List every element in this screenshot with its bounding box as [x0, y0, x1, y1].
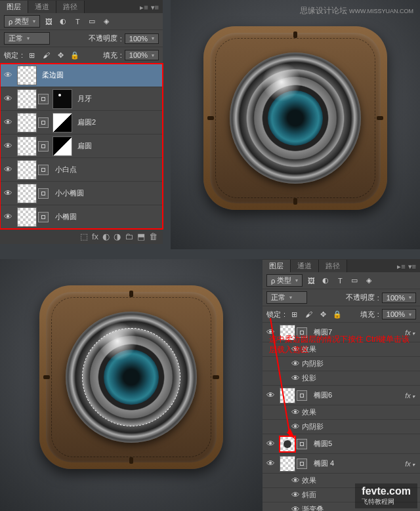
vector-mask-icon[interactable]: [38, 94, 49, 104]
fx-indicator[interactable]: fx: [405, 460, 420, 468]
visibility-toggle[interactable]: 👁: [0, 94, 16, 104]
filter-adjust-icon[interactable]: ◐: [57, 16, 69, 28]
fx-icon[interactable]: fx: [92, 232, 98, 241]
layer-name[interactable]: 小白点: [51, 165, 163, 174]
blend-mode-dropdown[interactable]: 正常: [4, 32, 50, 45]
panel-menu-icon[interactable]: ▾≡: [151, 3, 159, 12]
vector-mask-icon[interactable]: [297, 459, 307, 469]
fill-label: 填充: [103, 51, 117, 60]
layer-row[interactable]: 👁 扁圆: [0, 134, 163, 158]
layer-name[interactable]: 椭圆 4: [310, 459, 405, 468]
tab-paths[interactable]: 路径: [319, 260, 347, 272]
lock-position-icon[interactable]: ✥: [54, 49, 66, 61]
panel-menu-icon[interactable]: ▾≡: [408, 262, 416, 271]
filter-type-icon[interactable]: T: [334, 275, 346, 287]
layer-name[interactable]: 月牙: [74, 94, 163, 104]
layer-thumb[interactable]: [17, 113, 37, 133]
adjustment-icon[interactable]: ◑: [114, 232, 121, 241]
panel-footer: ⬚ fx ◐ ◑ 🗀 ⬒ 🗑: [0, 229, 163, 244]
fill-value[interactable]: 100%: [382, 309, 416, 319]
selection-marquee: [82, 328, 180, 426]
canvas-preview-2: [0, 259, 262, 511]
kind-dropdown[interactable]: ρ 类型: [266, 274, 303, 287]
visibility-toggle[interactable]: 👁: [0, 188, 16, 198]
lock-transparent-icon[interactable]: ⊞: [26, 49, 37, 61]
visibility-toggle[interactable]: 👁: [0, 212, 16, 222]
vector-mask-icon[interactable]: [38, 117, 49, 128]
tab-channels[interactable]: 通道: [28, 1, 56, 13]
tab-channels[interactable]: 通道: [291, 260, 319, 272]
layer-row[interactable]: 👁 小椭圆: [0, 205, 163, 229]
canvas-preview-1: 思缘设计论坛 WWW.MISSYUAN.COM: [171, 0, 420, 249]
opacity-label: 不透明度: [346, 293, 375, 302]
filter-pixel-icon[interactable]: 🖼: [305, 275, 317, 287]
layer-thumb[interactable]: [17, 160, 37, 180]
mask-thumb[interactable]: [52, 136, 72, 156]
lock-row: 锁定: ⊞ 🖌 ✥ 🔒 填充: 100%: [0, 47, 163, 64]
layer-row[interactable]: 👁 扁圆2: [0, 111, 163, 134]
layer-name[interactable]: 扁圆: [74, 141, 163, 151]
mask-thumb[interactable]: [52, 113, 72, 133]
visibility-toggle[interactable]: 👁: [262, 459, 278, 468]
layer-thumb[interactable]: [17, 66, 37, 85]
panel-tabs: 图层 通道 路径 ▸≡▾≡: [262, 259, 420, 272]
layers-panel-1: 图层 通道 路径 ▸≡▾≡ ρ 类型 🖼 ◐ T ▭ ◈ 正常 不透明度: 10…: [0, 0, 163, 244]
vector-mask-icon[interactable]: [38, 188, 49, 199]
layer-name[interactable]: 扁圆2: [74, 117, 163, 127]
visibility-toggle[interactable]: 👁: [0, 70, 16, 80]
mask-icon[interactable]: ◐: [102, 232, 110, 241]
layer-row[interactable]: 👁 柔边圆: [0, 64, 163, 87]
filter-smart-icon[interactable]: ◈: [363, 275, 375, 287]
filter-type-icon[interactable]: T: [72, 16, 83, 28]
blend-mode-dropdown[interactable]: 正常: [266, 291, 307, 304]
group-icon[interactable]: 🗀: [125, 232, 133, 241]
layer-thumb[interactable]: [17, 184, 37, 203]
visibility-toggle[interactable]: 👁: [0, 165, 16, 174]
layer-thumb[interactable]: [17, 207, 37, 227]
filter-row: ρ 类型 🖼 ◐ T ▭ ◈: [262, 272, 420, 289]
layer-row[interactable]: 👁 小白点: [0, 158, 163, 182]
watermark-text: 思缘设计论坛 WWW.MISSYUAN.COM: [300, 5, 413, 16]
fill-value[interactable]: 100%: [125, 50, 159, 60]
visibility-toggle[interactable]: 👁: [0, 141, 16, 151]
filter-adjust-icon[interactable]: ◐: [320, 275, 331, 287]
opacity-label: 不透明度: [89, 33, 117, 43]
filter-row: ρ 类型 🖼 ◐ T ▭ ◈: [0, 13, 163, 30]
new-layer-icon[interactable]: ⬒: [137, 232, 145, 241]
panel-tabs: 图层 通道 路径 ▸≡▾≡: [0, 0, 163, 13]
layer-row[interactable]: 👁 小小椭圆: [0, 182, 163, 205]
link-layers-icon[interactable]: ⬚: [80, 232, 88, 241]
filter-pixel-icon[interactable]: 🖼: [43, 16, 54, 28]
layer-name[interactable]: 小小椭圆: [51, 188, 163, 198]
filter-shape-icon[interactable]: ▭: [86, 16, 98, 28]
mask-thumb[interactable]: [52, 89, 72, 109]
layer-name[interactable]: 小椭圆: [51, 212, 163, 222]
site-watermark: fevte.com 飞特教程网: [355, 483, 417, 508]
delete-icon[interactable]: 🗑: [149, 232, 158, 241]
vector-mask-icon[interactable]: [38, 212, 49, 222]
layer-thumb[interactable]: [17, 89, 37, 109]
tab-layers[interactable]: 图层: [0, 1, 28, 13]
tab-paths[interactable]: 路径: [56, 1, 85, 13]
tab-layers[interactable]: 图层: [262, 260, 291, 272]
vector-mask-icon[interactable]: [38, 141, 49, 152]
layer-row[interactable]: 👁 月牙: [0, 87, 163, 111]
filter-smart-icon[interactable]: ◈: [100, 16, 112, 28]
blend-row: 正常 不透明度: 100%: [262, 289, 420, 306]
kind-dropdown[interactable]: ρ 类型: [4, 15, 40, 28]
filter-shape-icon[interactable]: ▭: [348, 275, 360, 287]
visibility-toggle[interactable]: 👁: [0, 117, 16, 127]
layer-thumb[interactable]: [280, 456, 295, 472]
lock-pixel-icon[interactable]: 🖌: [40, 49, 52, 61]
vector-mask-icon[interactable]: [38, 165, 49, 175]
opacity-value[interactable]: 100%: [382, 293, 416, 303]
panel-collapse-icon[interactable]: ▸≡: [140, 3, 148, 12]
fx-indicator[interactable]: fx: [405, 392, 420, 399]
opacity-value[interactable]: 100%: [125, 33, 159, 44]
panel-collapse-icon[interactable]: ▸≡: [397, 262, 405, 271]
layers-list: 👁 柔边圆 👁 月牙 👁 扁圆2 👁 扁圆 👁: [0, 64, 163, 229]
layer-thumb[interactable]: [17, 136, 37, 156]
layer-row[interactable]: 👁 椭圆 4 fx: [262, 454, 420, 474]
lock-all-icon[interactable]: 🔒: [69, 49, 81, 61]
layer-name[interactable]: 柔边圆: [38, 70, 163, 80]
